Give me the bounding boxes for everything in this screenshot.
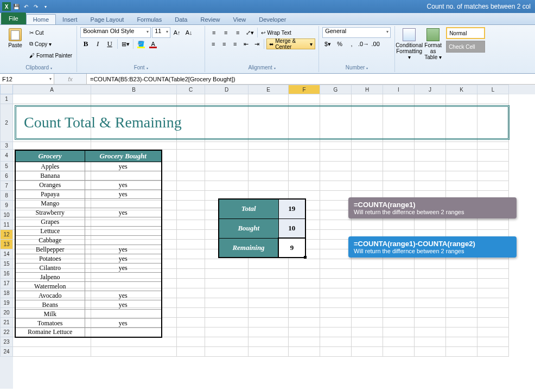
percent-button[interactable]: %	[334, 38, 345, 49]
font-name-combo[interactable]: Bookman Old Style	[80, 27, 151, 38]
tab-insert[interactable]: Insert	[56, 15, 84, 24]
grocery-item[interactable]: Beans	[15, 300, 85, 310]
row-header-2[interactable]: 2	[0, 104, 13, 142]
copy-button[interactable]: ⧉Copy ▾	[28, 38, 73, 49]
grocery-bought[interactable]: yes	[85, 181, 162, 190]
decrease-indent-icon[interactable]: ⇤	[241, 38, 251, 49]
qat-more-icon[interactable]: ▾	[41, 2, 50, 11]
orientation-icon[interactable]: ⤢▾	[244, 27, 255, 38]
conditional-formatting-button[interactable]: ConditionalFormatting ▾	[398, 27, 420, 61]
align-right-icon[interactable]: ≡	[230, 38, 240, 49]
column-header-B[interactable]: B	[91, 85, 177, 94]
grocery-item[interactable]: Papaya	[15, 190, 85, 199]
align-top-icon[interactable]: ≡	[208, 27, 219, 38]
paste-button[interactable]: Paste	[4, 27, 26, 49]
row-header-5[interactable]: 5	[0, 162, 13, 171]
increase-decimal-icon[interactable]: .0→	[358, 38, 369, 49]
italic-button[interactable]: I	[92, 38, 103, 49]
format-painter-button[interactable]: 🖌Format Painter	[28, 50, 73, 61]
wrap-text-button[interactable]: ↩Wrap Text	[260, 27, 292, 38]
grocery-bought[interactable]: yes	[85, 264, 162, 273]
column-header-I[interactable]: I	[383, 85, 415, 94]
row-header-23[interactable]: 23	[0, 337, 13, 347]
format-as-table-button[interactable]: Formatas Table ▾	[422, 27, 444, 61]
style-normal[interactable]: Normal	[446, 27, 485, 39]
column-header-L[interactable]: L	[477, 85, 509, 94]
grocery-item[interactable]: Bellpepper	[15, 245, 85, 254]
increase-indent-icon[interactable]: ⇥	[252, 38, 262, 49]
row-header-11[interactable]: 11	[0, 220, 13, 230]
cut-button[interactable]: ✂Cut	[28, 27, 73, 38]
name-box[interactable]: F12	[0, 74, 54, 84]
grocery-bought[interactable]	[85, 236, 162, 245]
bold-button[interactable]: B	[80, 38, 91, 49]
grocery-bought[interactable]	[85, 217, 162, 227]
grocery-bought[interactable]: yes	[85, 319, 162, 328]
summary-remaining-value[interactable]: 9	[278, 238, 305, 258]
align-center-icon[interactable]: ≡	[219, 38, 229, 49]
grocery-item[interactable]: Tomatoes	[15, 319, 85, 328]
column-header-G[interactable]: G	[320, 85, 352, 94]
increase-font-icon[interactable]: A↑	[171, 27, 182, 38]
row-header-16[interactable]: 16	[0, 269, 13, 279]
grocery-bought[interactable]: yes	[85, 190, 162, 199]
row-header-8[interactable]: 8	[0, 191, 13, 201]
grocery-item[interactable]: Lettuce	[15, 227, 85, 236]
row-header-4[interactable]: 4	[0, 150, 13, 162]
font-size-combo[interactable]: 11	[152, 27, 170, 38]
grocery-bought[interactable]: yes	[85, 254, 162, 264]
grocery-item[interactable]: Banana	[15, 171, 85, 181]
row-header-15[interactable]: 15	[0, 259, 13, 269]
column-header-A[interactable]: A	[13, 85, 91, 94]
grocery-item[interactable]: Oranges	[15, 181, 85, 190]
grocery-item[interactable]: Strawberry	[15, 208, 85, 217]
grocery-item[interactable]: Romaine Lettuce	[15, 328, 85, 337]
grocery-item[interactable]: Milk	[15, 310, 85, 319]
select-all-button[interactable]	[0, 85, 13, 94]
grocery-bought[interactable]	[85, 171, 162, 181]
decrease-decimal-icon[interactable]: .00	[370, 38, 381, 49]
row-header-18[interactable]: 18	[0, 288, 13, 298]
column-header-J[interactable]: J	[415, 85, 446, 94]
redo-icon[interactable]: ↷	[31, 2, 40, 11]
column-header-D[interactable]: D	[205, 85, 249, 94]
fx-icon[interactable]: fx	[68, 76, 73, 82]
grocery-item[interactable]: Avocado	[15, 291, 85, 300]
row-header-7[interactable]: 7	[0, 181, 13, 191]
column-header-F[interactable]: F	[289, 85, 320, 94]
grocery-item[interactable]: Cilantro	[15, 264, 85, 273]
grocery-bought[interactable]	[85, 282, 162, 291]
tab-data[interactable]: Data	[168, 15, 194, 24]
grocery-bought[interactable]: yes	[85, 245, 162, 254]
grocery-bought[interactable]	[85, 227, 162, 236]
grocery-item[interactable]: Apples	[15, 162, 85, 171]
font-color-button[interactable]: A	[148, 38, 158, 49]
grocery-item[interactable]: Grapes	[15, 217, 85, 227]
grocery-item[interactable]: Mango	[15, 199, 85, 208]
grocery-bought[interactable]: yes	[85, 208, 162, 217]
row-header-20[interactable]: 20	[0, 308, 13, 318]
column-header-E[interactable]: E	[249, 85, 289, 94]
tab-formulas[interactable]: Formulas	[130, 15, 168, 24]
save-icon[interactable]: 💾	[12, 2, 21, 11]
fill-color-button[interactable]: 🪣	[136, 38, 147, 49]
row-header-6[interactable]: 6	[0, 171, 13, 181]
tab-file[interactable]: File	[1, 12, 26, 24]
grocery-bought[interactable]: yes	[85, 300, 162, 310]
row-header-12[interactable]: 12	[0, 230, 13, 240]
grocery-bought[interactable]: yes	[85, 162, 162, 171]
row-header-17[interactable]: 17	[0, 279, 13, 288]
column-header-H[interactable]: H	[352, 85, 383, 94]
grocery-item[interactable]: Watermelon	[15, 282, 85, 291]
style-check-cell[interactable]: Check Cell	[446, 41, 485, 53]
tab-page-layout[interactable]: Page Layout	[84, 15, 131, 24]
tab-review[interactable]: Review	[194, 15, 226, 24]
grocery-bought[interactable]	[85, 310, 162, 319]
row-header-10[interactable]: 10	[0, 210, 13, 220]
grocery-bought[interactable]	[85, 273, 162, 282]
align-left-icon[interactable]: ≡	[208, 38, 218, 49]
currency-button[interactable]: $▾	[322, 38, 333, 49]
worksheet[interactable]: 123456789101112131415161718192021222324 …	[0, 85, 535, 389]
align-bottom-icon[interactable]: ≡	[232, 27, 243, 38]
undo-icon[interactable]: ↶	[22, 2, 30, 11]
